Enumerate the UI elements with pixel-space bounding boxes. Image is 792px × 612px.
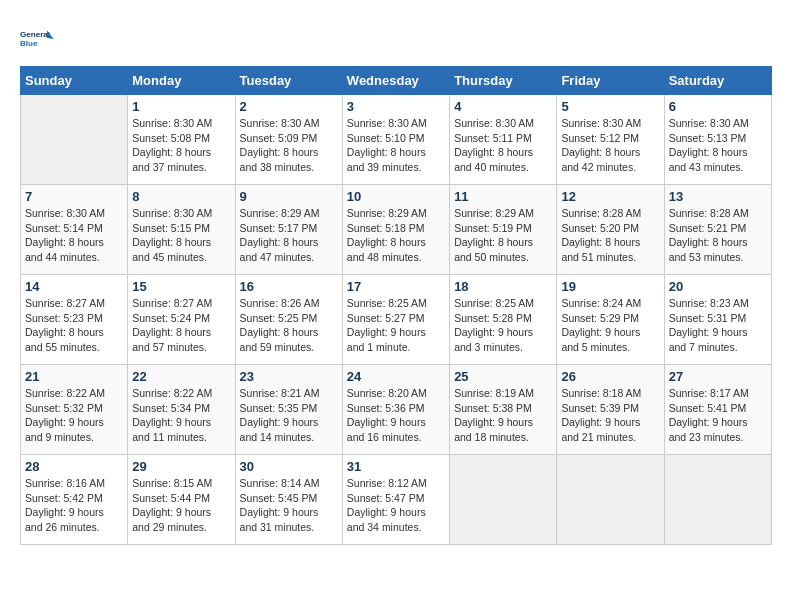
- day-info: Sunrise: 8:30 AMSunset: 5:11 PMDaylight:…: [454, 116, 552, 175]
- day-info: Sunrise: 8:25 AMSunset: 5:28 PMDaylight:…: [454, 296, 552, 355]
- day-info: Sunrise: 8:29 AMSunset: 5:18 PMDaylight:…: [347, 206, 445, 265]
- day-info: Sunrise: 8:30 AMSunset: 5:13 PMDaylight:…: [669, 116, 767, 175]
- day-number: 8: [132, 189, 230, 204]
- calendar-cell: 18Sunrise: 8:25 AMSunset: 5:28 PMDayligh…: [450, 275, 557, 365]
- calendar-cell: 7Sunrise: 8:30 AMSunset: 5:14 PMDaylight…: [21, 185, 128, 275]
- weekday-header-cell: Saturday: [664, 67, 771, 95]
- calendar-cell: 9Sunrise: 8:29 AMSunset: 5:17 PMDaylight…: [235, 185, 342, 275]
- day-number: 18: [454, 279, 552, 294]
- calendar-cell: 14Sunrise: 8:27 AMSunset: 5:23 PMDayligh…: [21, 275, 128, 365]
- calendar-cell: 26Sunrise: 8:18 AMSunset: 5:39 PMDayligh…: [557, 365, 664, 455]
- calendar-table: SundayMondayTuesdayWednesdayThursdayFrid…: [20, 66, 772, 545]
- day-number: 17: [347, 279, 445, 294]
- calendar-cell: 30Sunrise: 8:14 AMSunset: 5:45 PMDayligh…: [235, 455, 342, 545]
- day-number: 21: [25, 369, 123, 384]
- calendar-week-row: 1Sunrise: 8:30 AMSunset: 5:08 PMDaylight…: [21, 95, 772, 185]
- day-info: Sunrise: 8:24 AMSunset: 5:29 PMDaylight:…: [561, 296, 659, 355]
- day-info: Sunrise: 8:22 AMSunset: 5:32 PMDaylight:…: [25, 386, 123, 445]
- day-number: 11: [454, 189, 552, 204]
- calendar-cell: 15Sunrise: 8:27 AMSunset: 5:24 PMDayligh…: [128, 275, 235, 365]
- day-number: 29: [132, 459, 230, 474]
- day-info: Sunrise: 8:15 AMSunset: 5:44 PMDaylight:…: [132, 476, 230, 535]
- calendar-cell: 24Sunrise: 8:20 AMSunset: 5:36 PMDayligh…: [342, 365, 449, 455]
- calendar-week-row: 7Sunrise: 8:30 AMSunset: 5:14 PMDaylight…: [21, 185, 772, 275]
- day-number: 26: [561, 369, 659, 384]
- calendar-cell: 25Sunrise: 8:19 AMSunset: 5:38 PMDayligh…: [450, 365, 557, 455]
- calendar-cell: 5Sunrise: 8:30 AMSunset: 5:12 PMDaylight…: [557, 95, 664, 185]
- day-info: Sunrise: 8:17 AMSunset: 5:41 PMDaylight:…: [669, 386, 767, 445]
- day-info: Sunrise: 8:19 AMSunset: 5:38 PMDaylight:…: [454, 386, 552, 445]
- day-info: Sunrise: 8:25 AMSunset: 5:27 PMDaylight:…: [347, 296, 445, 355]
- day-number: 20: [669, 279, 767, 294]
- day-number: 14: [25, 279, 123, 294]
- calendar-cell: 6Sunrise: 8:30 AMSunset: 5:13 PMDaylight…: [664, 95, 771, 185]
- calendar-body: 1Sunrise: 8:30 AMSunset: 5:08 PMDaylight…: [21, 95, 772, 545]
- day-info: Sunrise: 8:30 AMSunset: 5:09 PMDaylight:…: [240, 116, 338, 175]
- day-info: Sunrise: 8:23 AMSunset: 5:31 PMDaylight:…: [669, 296, 767, 355]
- day-number: 22: [132, 369, 230, 384]
- day-number: 6: [669, 99, 767, 114]
- day-info: Sunrise: 8:28 AMSunset: 5:20 PMDaylight:…: [561, 206, 659, 265]
- day-info: Sunrise: 8:28 AMSunset: 5:21 PMDaylight:…: [669, 206, 767, 265]
- calendar-cell: 21Sunrise: 8:22 AMSunset: 5:32 PMDayligh…: [21, 365, 128, 455]
- calendar-cell: 16Sunrise: 8:26 AMSunset: 5:25 PMDayligh…: [235, 275, 342, 365]
- calendar-cell: 17Sunrise: 8:25 AMSunset: 5:27 PMDayligh…: [342, 275, 449, 365]
- weekday-header-cell: Wednesday: [342, 67, 449, 95]
- calendar-cell: [450, 455, 557, 545]
- day-number: 12: [561, 189, 659, 204]
- weekday-header-cell: Friday: [557, 67, 664, 95]
- weekday-header-cell: Tuesday: [235, 67, 342, 95]
- day-info: Sunrise: 8:27 AMSunset: 5:23 PMDaylight:…: [25, 296, 123, 355]
- weekday-header-cell: Thursday: [450, 67, 557, 95]
- day-info: Sunrise: 8:30 AMSunset: 5:10 PMDaylight:…: [347, 116, 445, 175]
- day-info: Sunrise: 8:27 AMSunset: 5:24 PMDaylight:…: [132, 296, 230, 355]
- svg-marker-2: [47, 30, 54, 39]
- day-number: 3: [347, 99, 445, 114]
- day-info: Sunrise: 8:18 AMSunset: 5:39 PMDaylight:…: [561, 386, 659, 445]
- calendar-cell: 2Sunrise: 8:30 AMSunset: 5:09 PMDaylight…: [235, 95, 342, 185]
- day-number: 10: [347, 189, 445, 204]
- svg-text:Blue: Blue: [20, 39, 38, 48]
- calendar-cell: 3Sunrise: 8:30 AMSunset: 5:10 PMDaylight…: [342, 95, 449, 185]
- day-info: Sunrise: 8:30 AMSunset: 5:15 PMDaylight:…: [132, 206, 230, 265]
- logo: GeneralBlue: [20, 20, 56, 56]
- header: GeneralBlue: [20, 20, 772, 56]
- day-number: 4: [454, 99, 552, 114]
- day-info: Sunrise: 8:30 AMSunset: 5:14 PMDaylight:…: [25, 206, 123, 265]
- weekday-header-row: SundayMondayTuesdayWednesdayThursdayFrid…: [21, 67, 772, 95]
- day-number: 9: [240, 189, 338, 204]
- day-number: 31: [347, 459, 445, 474]
- day-number: 13: [669, 189, 767, 204]
- day-number: 23: [240, 369, 338, 384]
- calendar-cell: [557, 455, 664, 545]
- day-number: 7: [25, 189, 123, 204]
- day-info: Sunrise: 8:21 AMSunset: 5:35 PMDaylight:…: [240, 386, 338, 445]
- day-number: 28: [25, 459, 123, 474]
- day-number: 16: [240, 279, 338, 294]
- day-number: 2: [240, 99, 338, 114]
- calendar-cell: 27Sunrise: 8:17 AMSunset: 5:41 PMDayligh…: [664, 365, 771, 455]
- calendar-cell: 23Sunrise: 8:21 AMSunset: 5:35 PMDayligh…: [235, 365, 342, 455]
- calendar-cell: [21, 95, 128, 185]
- calendar-cell: 13Sunrise: 8:28 AMSunset: 5:21 PMDayligh…: [664, 185, 771, 275]
- day-info: Sunrise: 8:20 AMSunset: 5:36 PMDaylight:…: [347, 386, 445, 445]
- calendar-cell: 10Sunrise: 8:29 AMSunset: 5:18 PMDayligh…: [342, 185, 449, 275]
- calendar-cell: 8Sunrise: 8:30 AMSunset: 5:15 PMDaylight…: [128, 185, 235, 275]
- weekday-header-cell: Monday: [128, 67, 235, 95]
- day-info: Sunrise: 8:29 AMSunset: 5:19 PMDaylight:…: [454, 206, 552, 265]
- calendar-cell: 31Sunrise: 8:12 AMSunset: 5:47 PMDayligh…: [342, 455, 449, 545]
- day-number: 1: [132, 99, 230, 114]
- day-info: Sunrise: 8:26 AMSunset: 5:25 PMDaylight:…: [240, 296, 338, 355]
- calendar-week-row: 21Sunrise: 8:22 AMSunset: 5:32 PMDayligh…: [21, 365, 772, 455]
- calendar-cell: [664, 455, 771, 545]
- calendar-cell: 12Sunrise: 8:28 AMSunset: 5:20 PMDayligh…: [557, 185, 664, 275]
- calendar-cell: 28Sunrise: 8:16 AMSunset: 5:42 PMDayligh…: [21, 455, 128, 545]
- calendar-cell: 22Sunrise: 8:22 AMSunset: 5:34 PMDayligh…: [128, 365, 235, 455]
- day-number: 27: [669, 369, 767, 384]
- calendar-week-row: 14Sunrise: 8:27 AMSunset: 5:23 PMDayligh…: [21, 275, 772, 365]
- day-info: Sunrise: 8:30 AMSunset: 5:08 PMDaylight:…: [132, 116, 230, 175]
- calendar-cell: 4Sunrise: 8:30 AMSunset: 5:11 PMDaylight…: [450, 95, 557, 185]
- day-info: Sunrise: 8:29 AMSunset: 5:17 PMDaylight:…: [240, 206, 338, 265]
- day-info: Sunrise: 8:14 AMSunset: 5:45 PMDaylight:…: [240, 476, 338, 535]
- calendar-cell: 29Sunrise: 8:15 AMSunset: 5:44 PMDayligh…: [128, 455, 235, 545]
